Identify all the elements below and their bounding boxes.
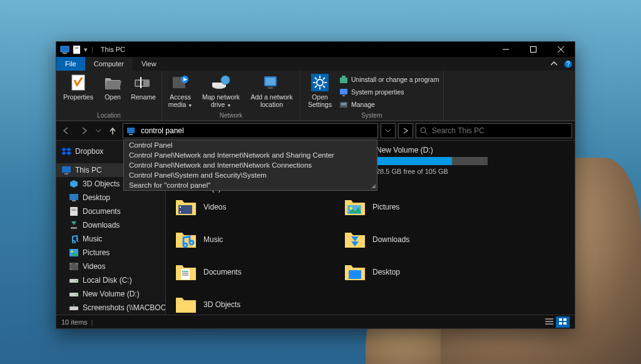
folder-icon bbox=[175, 230, 197, 249]
rename-button[interactable]: Rename bbox=[129, 72, 158, 101]
up-button[interactable] bbox=[105, 123, 120, 138]
svg-rect-41 bbox=[341, 104, 346, 105]
svg-rect-72 bbox=[69, 306, 78, 310]
go-button[interactable] bbox=[398, 123, 413, 138]
titlebar[interactable]: ▾ | This PC bbox=[56, 42, 575, 57]
svg-point-69 bbox=[76, 280, 77, 281]
sidebar-item-local-disk[interactable]: Local Disk (C:) bbox=[56, 273, 165, 287]
sidebar-item-videos[interactable]: Videos bbox=[56, 260, 165, 273]
svg-marker-47 bbox=[61, 148, 66, 151]
svg-rect-4 bbox=[74, 48, 79, 49]
qat-file-icon[interactable] bbox=[73, 46, 80, 54]
svg-rect-65 bbox=[70, 263, 71, 265]
qat-dropdown-icon[interactable]: ▾ bbox=[84, 46, 88, 54]
svg-rect-6 bbox=[531, 47, 536, 53]
folder-music[interactable]: Music bbox=[175, 230, 319, 249]
suggestion-item[interactable]: Search for "control panel" bbox=[124, 180, 377, 190]
map-network-drive-button[interactable]: Map network drive ▼ bbox=[198, 72, 244, 108]
svg-marker-49 bbox=[61, 151, 66, 155]
access-media-button[interactable]: Access media ▼ bbox=[166, 72, 195, 108]
minimize-button[interactable] bbox=[492, 42, 520, 57]
svg-rect-96 bbox=[545, 323, 553, 325]
svg-rect-57 bbox=[71, 209, 76, 210]
cube-icon bbox=[69, 179, 79, 189]
help-button[interactable]: ? bbox=[561, 57, 575, 71]
video-icon bbox=[69, 261, 79, 271]
tab-file[interactable]: File bbox=[56, 57, 85, 71]
properties-button[interactable]: Properties bbox=[60, 72, 96, 101]
drive-icon bbox=[69, 289, 79, 299]
drive-name: New Volume (D:) bbox=[376, 146, 488, 154]
forward-button[interactable] bbox=[76, 123, 91, 138]
svg-marker-60 bbox=[71, 221, 76, 225]
ribbon-group-network: Access media ▼ Map network drive ▼ Add a… bbox=[162, 71, 300, 120]
desktop-icon bbox=[69, 193, 79, 203]
folder-videos[interactable]: Videos bbox=[175, 198, 319, 216]
window-title: This PC bbox=[101, 46, 125, 53]
download-icon bbox=[69, 220, 79, 230]
drive-icon bbox=[69, 275, 79, 285]
resize-grip-icon[interactable]: ◢ bbox=[371, 183, 376, 189]
drive-usage-bar bbox=[376, 157, 488, 165]
sidebar-item-documents[interactable]: Documents bbox=[56, 205, 165, 218]
svg-rect-90 bbox=[182, 271, 188, 272]
close-button[interactable] bbox=[547, 42, 575, 57]
svg-rect-66 bbox=[70, 268, 71, 270]
collapse-ribbon-button[interactable] bbox=[547, 57, 561, 71]
svg-rect-51 bbox=[62, 166, 71, 173]
svg-rect-98 bbox=[563, 318, 567, 321]
folder-3d-objects[interactable]: 3D Objects bbox=[175, 295, 319, 314]
address-input[interactable] bbox=[137, 126, 377, 135]
address-history-dropdown[interactable] bbox=[381, 123, 396, 138]
svg-rect-0 bbox=[61, 46, 69, 52]
tab-view[interactable]: View bbox=[133, 57, 165, 71]
svg-rect-93 bbox=[349, 270, 361, 279]
svg-rect-83 bbox=[180, 211, 181, 213]
tab-computer[interactable]: Computer bbox=[85, 57, 133, 71]
sidebar-item-music[interactable]: Music bbox=[56, 232, 165, 246]
search-input[interactable] bbox=[428, 126, 572, 135]
folder-documents[interactable]: Documents bbox=[175, 263, 319, 281]
svg-line-46 bbox=[425, 132, 428, 134]
tiles-view-button[interactable] bbox=[556, 316, 570, 328]
folder-pictures[interactable]: Pictures bbox=[344, 198, 488, 216]
open-folder-icon bbox=[103, 73, 122, 92]
folder-icon bbox=[175, 295, 197, 314]
uninstall-icon bbox=[339, 75, 348, 84]
back-button[interactable] bbox=[59, 123, 74, 138]
svg-point-45 bbox=[421, 128, 426, 133]
suggestion-item[interactable]: Control Panel\Network and Internet\Netwo… bbox=[124, 160, 377, 170]
svg-rect-40 bbox=[341, 103, 346, 104]
manage-button[interactable]: Manage bbox=[339, 99, 439, 110]
sidebar-item-screenshots[interactable]: Screenshots (\\MACBOOKA bbox=[56, 301, 165, 315]
address-bar[interactable]: Control Panel Control Panel\Network and … bbox=[123, 123, 378, 138]
maximize-button[interactable] bbox=[520, 42, 547, 57]
suggestion-item[interactable]: Control Panel\System and Security\System bbox=[124, 170, 377, 180]
open-settings-button[interactable]: Open Settings bbox=[304, 72, 336, 108]
suggestion-item[interactable]: Control Panel\Network and Internet\Netwo… bbox=[124, 150, 377, 160]
add-network-location-button[interactable]: Add a network location bbox=[247, 72, 296, 108]
folder-desktop[interactable]: Desktop bbox=[344, 263, 488, 281]
svg-rect-44 bbox=[129, 134, 133, 135]
svg-rect-38 bbox=[342, 95, 345, 96]
folder-icon bbox=[175, 198, 197, 216]
sidebar-item-desktop[interactable]: Desktop bbox=[56, 191, 165, 205]
uninstall-program-button[interactable]: Uninstall or change a program bbox=[339, 74, 439, 85]
settings-gear-icon bbox=[310, 73, 329, 92]
recent-locations-button[interactable] bbox=[94, 123, 103, 138]
folder-downloads[interactable]: Downloads bbox=[344, 230, 488, 249]
address-icon bbox=[126, 125, 137, 136]
svg-text:?: ? bbox=[566, 61, 570, 68]
pc-icon bbox=[61, 165, 71, 175]
search-box[interactable] bbox=[416, 123, 572, 138]
svg-rect-37 bbox=[340, 89, 347, 94]
svg-rect-94 bbox=[545, 318, 553, 320]
sidebar-item-pictures[interactable]: Pictures bbox=[56, 246, 165, 260]
details-view-button[interactable] bbox=[542, 316, 556, 328]
open-button[interactable]: Open bbox=[100, 72, 125, 101]
system-properties-button[interactable]: System properties bbox=[339, 86, 439, 98]
sidebar-item-new-volume[interactable]: New Volume (D:) bbox=[56, 287, 165, 301]
suggestion-item[interactable]: Control Panel bbox=[124, 140, 377, 150]
svg-rect-92 bbox=[182, 275, 188, 276]
sidebar-item-downloads[interactable]: Downloads bbox=[56, 218, 165, 232]
